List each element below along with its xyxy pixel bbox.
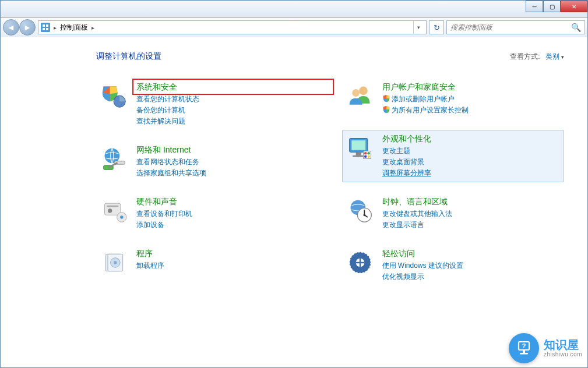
category-title[interactable]: 时钟、语言和区域 — [382, 197, 561, 207]
window-controls: ─ ▢ ✕ — [526, 1, 587, 12]
category-item: 网络和 Internet查看网络状态和任务选择家庭组和共享选项 — [96, 141, 319, 182]
breadcrumb-separator[interactable]: ▸ — [91, 24, 94, 31]
content-header: 调整计算机的设置 查看方式: 类别 — [24, 51, 564, 62]
category-item: 硬件和声音查看设备和打印机添加设备 — [96, 193, 319, 234]
maximize-button[interactable]: ▢ — [543, 1, 561, 12]
category-links: 查看设备和打印机添加设备 — [136, 208, 315, 230]
forward-button[interactable]: ► — [19, 19, 36, 36]
category-item: 程序卸载程序 — [96, 245, 319, 281]
svg-point-24 — [364, 152, 367, 155]
category-body: 系统和安全查看您的计算机状态备份您的计算机查找并解决问题 — [136, 82, 315, 126]
page-title: 调整计算机的设置 — [96, 51, 161, 62]
search-icon[interactable]: 🔍 — [571, 23, 581, 32]
category-sublink[interactable]: 调整屏幕分辨率 — [382, 168, 561, 178]
watermark-text: 知识屋 zhishiwu.com — [544, 339, 582, 358]
category-title[interactable]: 程序 — [136, 249, 315, 259]
category-sublink[interactable]: 备份您的计算机 — [136, 105, 315, 115]
watermark-logo: ? — [509, 333, 539, 363]
category-sublink[interactable]: 更改主题 — [382, 146, 561, 156]
svg-point-25 — [367, 152, 370, 155]
view-by-dropdown[interactable]: 类别 — [545, 52, 564, 62]
category-sublink[interactable]: 更改桌面背景 — [382, 157, 561, 167]
category-body: 程序卸载程序 — [136, 249, 315, 277]
category-icon — [346, 82, 374, 110]
svg-rect-22 — [355, 152, 361, 155]
category-icon — [100, 145, 128, 173]
category-sublink[interactable]: 卸载程序 — [136, 260, 315, 271]
category-links: 更改键盘或其他输入法更改显示语言 — [382, 208, 561, 230]
breadcrumb-separator[interactable]: ▸ — [54, 24, 57, 31]
control-panel-icon — [41, 23, 50, 32]
close-button[interactable]: ✕ — [561, 1, 587, 12]
category-grid: 系统和安全查看您的计算机状态备份您的计算机查找并解决问题网络和 Internet… — [24, 78, 564, 286]
address-bar[interactable]: ▸ 控制面板 ▸ ▾ — [38, 20, 427, 34]
svg-rect-2 — [46, 24, 48, 27]
category-sublink[interactable]: 使用 Windows 建议的设置 — [382, 260, 561, 271]
category-sublink[interactable]: 查看您的计算机状态 — [136, 94, 315, 104]
address-dropdown[interactable]: ▾ — [413, 21, 424, 34]
watermark-domain: zhishiwu.com — [544, 351, 582, 358]
category-icon — [100, 197, 128, 225]
svg-point-27 — [367, 155, 370, 158]
category-title[interactable]: 硬件和声音 — [136, 197, 315, 207]
svg-rect-0 — [41, 23, 50, 32]
svg-point-26 — [364, 155, 367, 158]
category-body: 网络和 Internet查看网络状态和任务选择家庭组和共享选项 — [136, 145, 315, 178]
category-title[interactable]: 轻松访问 — [382, 249, 561, 259]
category-title[interactable]: 网络和 Internet — [136, 145, 315, 155]
category-sublink[interactable]: 查看设备和打印机 — [136, 208, 315, 219]
svg-point-13 — [120, 215, 124, 219]
category-links: 卸载程序 — [136, 260, 315, 271]
refresh-button[interactable]: ↻ — [429, 20, 444, 34]
back-button[interactable]: ◄ — [3, 19, 19, 36]
breadcrumb-item[interactable]: 控制面板 — [60, 23, 88, 33]
category-icon — [100, 82, 128, 110]
svg-point-17 — [114, 261, 117, 264]
svg-rect-36 — [523, 350, 525, 353]
svg-rect-9 — [105, 203, 121, 215]
nav-bar: ◄ ► ▸ 控制面板 ▸ ▾ ↻ 🔍 — [0, 17, 588, 37]
svg-rect-10 — [107, 206, 118, 207]
svg-rect-37 — [520, 353, 528, 355]
category-item: 外观和个性化更改主题更改桌面背景调整屏幕分辨率 — [342, 130, 565, 182]
category-column-right: 用户帐户和家庭安全添加或删除用户帐户为所有用户设置家长控制外观和个性化更改主题更… — [342, 78, 565, 286]
watermark: ? 知识屋 zhishiwu.com — [509, 333, 582, 363]
category-sublink[interactable]: 添加设备 — [136, 220, 315, 230]
category-title[interactable]: 用户帐户和家庭安全 — [382, 82, 561, 93]
svg-point-11 — [108, 208, 112, 213]
search-input[interactable] — [450, 23, 571, 31]
category-body: 用户帐户和家庭安全添加或删除用户帐户为所有用户设置家长控制 — [382, 82, 561, 115]
view-by: 查看方式: 类别 — [510, 52, 564, 62]
category-links: 查看您的计算机状态备份您的计算机查找并解决问题 — [136, 94, 315, 126]
svg-rect-1 — [43, 24, 45, 27]
view-by-label: 查看方式: — [510, 52, 540, 62]
category-sublink[interactable]: 优化视频显示 — [382, 271, 561, 282]
category-sublink[interactable]: 添加或删除用户帐户 — [382, 94, 561, 104]
content-pane: 调整计算机的设置 查看方式: 类别 系统和安全查看您的计算机状态备份您的计算机查… — [0, 37, 588, 368]
category-body: 硬件和声音查看设备和打印机添加设备 — [136, 197, 315, 230]
category-icon — [346, 249, 374, 277]
svg-rect-3 — [43, 28, 45, 30]
watermark-brand: 知识屋 — [544, 339, 582, 351]
category-sublink[interactable]: 选择家庭组和共享选项 — [136, 168, 315, 178]
category-links: 添加或删除用户帐户为所有用户设置家长控制 — [382, 94, 561, 115]
category-item: 系统和安全查看您的计算机状态备份您的计算机查找并解决问题 — [96, 78, 319, 130]
category-column-left: 系统和安全查看您的计算机状态备份您的计算机查找并解决问题网络和 Internet… — [96, 78, 319, 286]
svg-point-30 — [363, 214, 365, 217]
search-box[interactable]: 🔍 — [446, 20, 585, 34]
svg-rect-23 — [353, 155, 364, 157]
category-item: 轻松访问使用 Windows 建议的设置优化视频显示 — [342, 245, 565, 286]
category-sublink[interactable]: 查找并解决问题 — [136, 116, 315, 126]
minimize-button[interactable]: ─ — [526, 1, 543, 12]
category-sublink[interactable]: 更改显示语言 — [382, 220, 561, 230]
category-item: 时钟、语言和区域更改键盘或其他输入法更改显示语言 — [342, 193, 565, 234]
svg-point-19 — [352, 89, 360, 97]
category-links: 查看网络状态和任务选择家庭组和共享选项 — [136, 157, 315, 178]
svg-rect-21 — [351, 140, 365, 150]
category-sublink[interactable]: 查看网络状态和任务 — [136, 157, 315, 167]
category-sublink[interactable]: 为所有用户设置家长控制 — [382, 105, 561, 115]
category-title[interactable]: 系统和安全 — [136, 82, 315, 93]
category-sublink[interactable]: 更改键盘或其他输入法 — [382, 208, 561, 219]
category-title[interactable]: 外观和个性化 — [382, 134, 561, 144]
shield-icon — [382, 94, 390, 102]
